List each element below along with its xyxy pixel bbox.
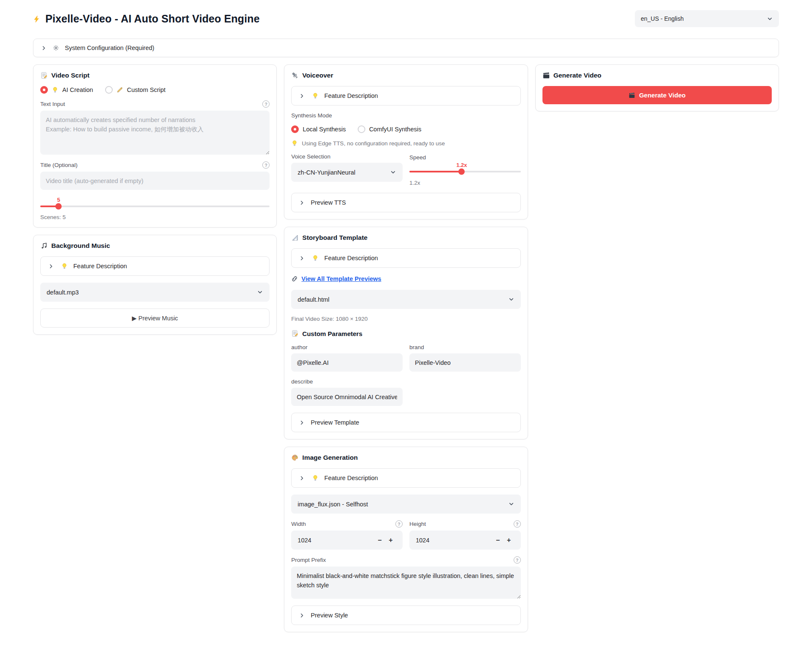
preview-music-button[interactable]: ▶ Preview Music (40, 308, 270, 328)
video-script-title-row: Video Script (40, 72, 270, 79)
edge-tts-hint: Using Edge TTS, no configuration require… (291, 140, 520, 147)
template-select[interactable]: default.html (291, 290, 520, 309)
width-field: Width 1024 − + (291, 520, 403, 550)
preview-tts-label: Preview TTS (311, 199, 346, 206)
speed-slider-handle[interactable] (459, 169, 465, 175)
radio-local-synthesis[interactable]: Local Synthesis (291, 125, 346, 133)
text-input-field: Text Input (40, 100, 270, 155)
width-stepper: 1024 − + (291, 531, 403, 550)
writing-hand-icon (117, 86, 123, 93)
music-feature-description-label: Feature Description (73, 263, 127, 269)
view-all-template-previews-link[interactable]: View All Template Previews (301, 275, 381, 282)
help-icon[interactable] (395, 520, 403, 528)
app-header: Pixelle-Video - AI Auto Short Video Engi… (33, 10, 779, 27)
system-configuration-accordion[interactable]: System Configuration (Required) (33, 39, 779, 57)
scenes-slider-track[interactable] (40, 206, 270, 207)
preview-tts-accordion[interactable]: Preview TTS (291, 193, 520, 212)
synthesis-mode-label: Synthesis Mode (291, 112, 520, 119)
chevron-right-icon (299, 475, 305, 481)
height-stepper: 1024 − + (409, 531, 521, 550)
radio-custom-script[interactable]: Custom Script (105, 86, 166, 94)
scenes-caption: Scenes: 5 (40, 214, 270, 220)
chevron-right-icon (299, 93, 305, 99)
radio-unselected-dot[interactable] (358, 125, 365, 133)
speed-label: Speed (409, 154, 426, 161)
video-title-input[interactable] (40, 172, 270, 190)
decrement-icon[interactable]: − (374, 536, 385, 544)
chevron-down-icon (257, 289, 263, 295)
radio-comfyui-synthesis-label: ComfyUI Synthesis (369, 126, 421, 133)
image-workflow-select[interactable]: image_flux.json - Selfhost (291, 495, 520, 514)
chevron-down-icon (390, 169, 396, 175)
image-workflow-select-value: image_flux.json - Selfhost (298, 501, 368, 508)
chevron-right-icon (299, 612, 305, 619)
music-select-value: default.mp3 (47, 289, 79, 296)
background-music-title-row: Background Music (40, 242, 270, 250)
help-icon[interactable] (514, 556, 521, 564)
speed-slider-value: 1.2x (456, 162, 467, 168)
final-video-size-note: Final Video Size: 1080 × 1920 (291, 316, 520, 322)
width-value[interactable]: 1024 (298, 537, 374, 544)
middle-column: Voiceover Feature Description Synthesis … (284, 64, 528, 632)
radio-selected-dot[interactable] (291, 125, 299, 133)
help-icon[interactable] (262, 100, 270, 108)
radio-comfyui-synthesis[interactable]: ComfyUI Synthesis (358, 125, 421, 133)
voiceover-title-row: Voiceover (291, 72, 520, 79)
lightning-icon (33, 15, 41, 23)
radio-unselected-dot[interactable] (105, 86, 113, 94)
edge-tts-hint-text: Using Edge TTS, no configuration require… (302, 140, 445, 147)
radio-selected-dot[interactable] (40, 86, 48, 94)
scenes-slider[interactable]: 5 (40, 197, 270, 207)
preview-music-button-label: ▶ Preview Music (132, 315, 178, 322)
increment-icon[interactable]: + (503, 536, 514, 544)
main-grid: Video Script AI Creation Custom Script (33, 64, 779, 632)
preview-style-label: Preview Style (311, 612, 348, 619)
synthesis-mode-radio-group: Local Synthesis ComfyUI Synthesis (291, 125, 520, 133)
image-feature-description-accordion[interactable]: Feature Description (291, 468, 520, 488)
language-select[interactable]: en_US - English (635, 10, 779, 27)
image-generation-title-row: Image Generation (291, 454, 520, 461)
chevron-right-icon (48, 263, 54, 269)
preview-template-accordion[interactable]: Preview Template (291, 413, 520, 432)
generate-video-button-label: Generate Video (639, 92, 686, 99)
voice-selection-field: Voice Selection zh-CN-YunjianNeural (291, 153, 403, 186)
author-input[interactable] (291, 353, 403, 372)
radio-ai-creation[interactable]: AI Creation (40, 86, 93, 94)
voice-speed-row: Voice Selection zh-CN-YunjianNeural Spee… (291, 153, 520, 186)
decrement-icon[interactable]: − (492, 536, 503, 544)
bulb-icon (312, 475, 319, 481)
chevron-right-icon (299, 420, 305, 426)
brand-input[interactable] (409, 353, 521, 372)
scenes-slider-handle[interactable] (56, 203, 62, 210)
describe-input[interactable] (291, 388, 403, 406)
music-select[interactable]: default.mp3 (40, 283, 270, 302)
voiceover-feature-description-label: Feature Description (324, 92, 378, 99)
speed-slider-track[interactable] (409, 171, 521, 172)
text-input-textarea[interactable] (40, 111, 270, 155)
speed-slider[interactable]: 1.2x (409, 162, 521, 172)
voiceover-feature-description-accordion[interactable]: Feature Description (291, 86, 520, 106)
prompt-prefix-textarea[interactable]: Minimalist black-and-white matchstick fi… (291, 567, 520, 599)
help-icon[interactable] (514, 520, 521, 528)
generate-video-button[interactable]: Generate Video (542, 86, 772, 104)
bulb-icon (52, 86, 58, 93)
radio-custom-script-label: Custom Script (127, 86, 166, 93)
title-wrap: Pixelle-Video - AI Auto Short Video Engi… (33, 13, 260, 25)
preview-style-accordion[interactable]: Preview Style (291, 606, 520, 625)
width-height-row: Width 1024 − + Height (291, 520, 520, 550)
music-feature-description-accordion[interactable]: Feature Description (40, 256, 270, 276)
describe-label: describe (291, 378, 403, 385)
storyboard-template-card: Storyboard Template Feature Description … (284, 227, 528, 439)
height-label: Height (409, 521, 426, 527)
height-value[interactable]: 1024 (416, 537, 492, 544)
image-generation-card: Image Generation Feature Description ima… (284, 447, 528, 632)
author-label: author (291, 344, 403, 350)
voice-select[interactable]: zh-CN-YunjianNeural (291, 163, 403, 182)
help-icon[interactable] (262, 161, 270, 169)
gear-icon (53, 44, 59, 51)
chevron-right-icon (299, 255, 305, 261)
storyboard-feature-description-label: Feature Description (324, 255, 378, 261)
increment-icon[interactable]: + (385, 536, 396, 544)
storyboard-feature-description-accordion[interactable]: Feature Description (291, 248, 520, 268)
microphone-icon (291, 72, 299, 79)
